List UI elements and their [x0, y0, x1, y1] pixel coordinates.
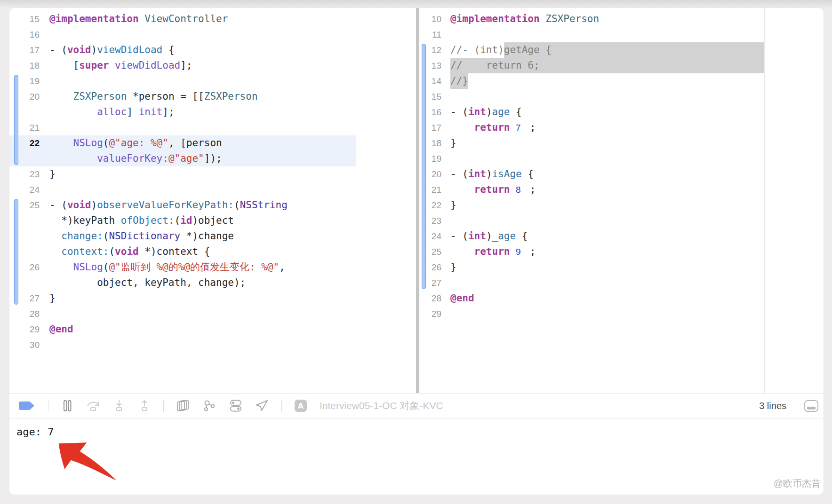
code-line[interactable]: context:(void *)context { [9, 244, 356, 260]
memory-graph-icon[interactable] [202, 399, 216, 412]
code-line[interactable]: 20- (int)isAge { [419, 166, 764, 182]
code-line[interactable]: 9 [419, 8, 764, 11]
line-number: 10 [419, 11, 441, 27]
console-line-count: 3 lines [759, 401, 786, 411]
code-line[interactable]: 25 return 9; [419, 244, 764, 260]
code-text [49, 73, 356, 89]
toolbar-separator [281, 400, 282, 412]
line-number: 11 [419, 27, 441, 42]
code-text: } [49, 166, 356, 182]
code-text [450, 8, 764, 11]
view-hierarchy-icon[interactable] [176, 399, 190, 412]
code-line[interactable]: 24 [9, 182, 356, 197]
code-line[interactable]: 19 [9, 73, 356, 89]
code-line[interactable]: 23} [9, 166, 356, 182]
line-number: 9 [419, 8, 441, 11]
code-text: [super viewDidLoad]; [49, 58, 356, 73]
code-text [49, 306, 356, 322]
console-toggle-icon[interactable] [804, 400, 819, 412]
code-line[interactable]: 20 ZSXPerson *person = [[ZSXPerson [9, 89, 356, 104]
code-line[interactable]: 18} [419, 135, 764, 151]
step-over-icon[interactable] [86, 399, 100, 412]
code-line[interactable]: 11 [419, 27, 764, 42]
code-text [450, 275, 764, 291]
code-line[interactable]: 21 return 8; [419, 182, 764, 197]
code-line[interactable]: 29 [419, 306, 764, 322]
code-line[interactable]: 17 return 7; [419, 120, 764, 135]
code-line[interactable]: 14 [9, 8, 356, 11]
code-text: NSLog(@"监听到 %@的%@的值发生变化: %@", [49, 260, 356, 275]
breakpoints-toggle-button[interactable] [18, 401, 36, 411]
change-bar [14, 199, 18, 305]
console-output-line: age: 7 [9, 418, 824, 445]
step-out-icon[interactable] [138, 399, 151, 412]
change-bar [422, 44, 426, 289]
code-text [450, 213, 764, 228]
code-line[interactable]: 15@implementation ViewController [9, 11, 356, 27]
code-text: NSLog(@"age: %@", [person [49, 135, 356, 151]
code-text [49, 337, 356, 353]
code-line[interactable]: 25- (void)observeValueForKeyPath:(NSStri… [9, 197, 356, 213]
code-line[interactable]: 26} [419, 260, 764, 275]
code-line[interactable]: 26 NSLog(@"监听到 %@的%@的值发生变化: %@", [9, 260, 356, 275]
code-text: change:(NSDictionary *)change [49, 228, 356, 244]
change-bar [14, 75, 18, 165]
code-line[interactable]: object, keyPath, change); [9, 275, 356, 291]
code-line[interactable]: 28 [9, 306, 356, 322]
code-text [450, 151, 764, 166]
code-line[interactable]: valueForKey:@"age"]); [9, 151, 356, 166]
code-text: - (int)isAge { [450, 166, 764, 182]
step-into-icon[interactable] [112, 399, 126, 412]
code-text: //- (int)getAge { [450, 42, 764, 58]
code-line[interactable]: 19 [419, 151, 764, 166]
code-line[interactable]: 22 NSLog(@"age: %@", [person [9, 135, 356, 151]
code-text: @implementation ZSXPerson [450, 11, 764, 27]
code-text: return 8; [450, 182, 764, 197]
line-number: 18 [9, 58, 40, 73]
line-number: 28 [419, 291, 441, 306]
simulate-location-icon[interactable] [255, 399, 269, 412]
code-line[interactable]: 18 [super viewDidLoad]; [9, 58, 356, 73]
code-line[interactable]: alloc] init]; [9, 104, 356, 120]
editor-pane-viewcontroller[interactable]: 1415@implementation ViewController1617- … [9, 8, 356, 393]
code-line[interactable]: 28@end [419, 291, 764, 306]
svg-text:A: A [298, 402, 304, 410]
code-line[interactable]: 27 [419, 275, 764, 291]
code-text: @implementation ViewController [49, 11, 356, 27]
code-line[interactable]: 10@implementation ZSXPerson [419, 11, 764, 27]
code-line[interactable]: 15 [419, 89, 764, 104]
code-line[interactable]: 14//} [419, 73, 764, 89]
code-line[interactable]: 27} [9, 291, 356, 306]
pause-icon[interactable] [61, 399, 74, 412]
code-line[interactable]: 30 [9, 337, 356, 353]
code-text: valueForKey:@"age"]); [49, 151, 356, 166]
environment-overrides-icon[interactable] [229, 399, 243, 412]
code-line[interactable]: 12//- (int)getAge { [419, 42, 764, 58]
code-line[interactable]: *)keyPath ofObject:(id)object [9, 213, 356, 228]
code-line[interactable]: 23 [419, 213, 764, 228]
code-line[interactable]: 13// return 6; [419, 58, 764, 73]
editor-pane-divider[interactable] [416, 8, 419, 393]
code-text: ZSXPerson *person = [[ZSXPerson [49, 89, 356, 104]
code-line[interactable]: 21 [9, 120, 356, 135]
code-line[interactable]: 16- (int)age { [419, 104, 764, 120]
editor-pane-zsxperson[interactable]: 910@implementation ZSXPerson1112//- (int… [419, 8, 765, 393]
code-text: object, keyPath, change); [49, 275, 356, 291]
code-text: } [450, 260, 764, 275]
code-line[interactable]: 16 [9, 27, 356, 42]
line-number: 16 [9, 27, 40, 42]
code-line[interactable]: 22} [419, 197, 764, 213]
debug-toolbar: A Interview05-1-OC 对象-KVC 3 lines [9, 393, 824, 418]
code-text [49, 8, 356, 11]
code-text [450, 27, 764, 42]
code-line[interactable]: 29@end [9, 322, 356, 337]
code-text: - (int)_age { [450, 228, 764, 244]
code-text: @end [49, 322, 356, 337]
code-line[interactable]: change:(NSDictionary *)change [9, 228, 356, 244]
code-text [49, 182, 356, 197]
console-output-area[interactable]: age: 7 @欧币杰昔 [9, 418, 824, 495]
code-line[interactable]: 24- (int)_age { [419, 228, 764, 244]
code-line[interactable]: 17- (void)viewDidLoad { [9, 42, 356, 58]
code-text: //} [450, 73, 764, 89]
code-text: - (void)viewDidLoad { [49, 42, 356, 58]
